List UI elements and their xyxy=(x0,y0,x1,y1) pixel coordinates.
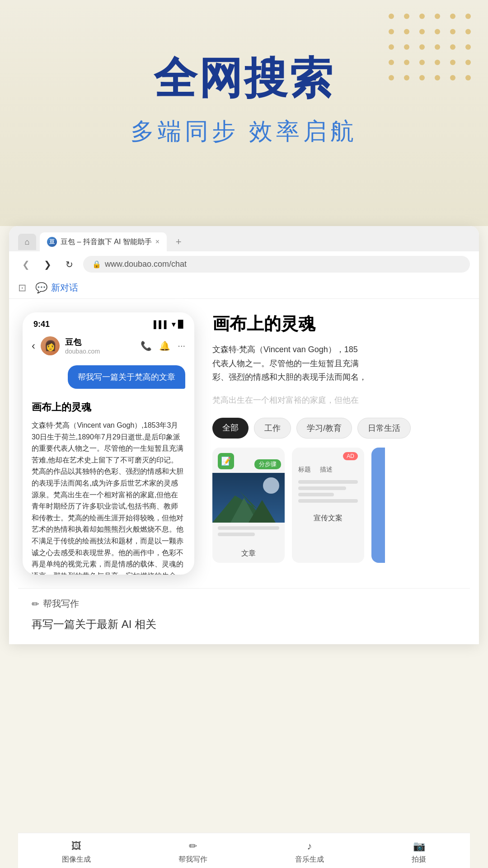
phone-mute-icon[interactable]: 🔔 xyxy=(159,340,170,351)
image-gen-icon: 🖼 xyxy=(71,840,81,852)
phone-avatar: 👩 xyxy=(41,336,60,355)
nav-label-write: 帮我写作 xyxy=(178,855,207,864)
ad-field-labels: 标题 描述 xyxy=(292,463,364,476)
card-label-article: 文章 xyxy=(212,544,285,563)
tab-study[interactable]: 学习/教育 xyxy=(296,418,352,439)
nav-item-image-gen[interactable]: 🖼 图像生成 xyxy=(62,840,91,864)
phone-status-icons: ▌▌▌ ▾ ▉ xyxy=(154,320,183,329)
browser-section: ⌂ 豆 豆包 – 抖音旗下 AI 智能助手 × + ❮ ❯ xyxy=(0,226,488,644)
tab-work[interactable]: 工作 xyxy=(254,418,291,439)
bottom-nav: 🖼 图像生成 ✏ 帮我写作 ♪ 音乐生成 📷 拍摄 xyxy=(18,833,470,868)
feature-card-ad[interactable]: AD 标题 描述 宣传文案 xyxy=(292,448,364,563)
tab-title: 豆包 – 抖音旗下 AI 智能助手 xyxy=(61,237,152,247)
nav-label-image-gen: 图像生成 xyxy=(62,855,91,864)
browser-content: 9:41 ▌▌▌ ▾ ▉ ‹ 👩 豆包 doubao.com xyxy=(9,299,479,588)
nav-item-camera[interactable]: 📷 拍摄 xyxy=(412,840,426,864)
new-chat-button[interactable]: 💬 新对话 xyxy=(35,282,78,294)
new-tab-button[interactable]: + xyxy=(170,234,187,250)
home-tab-icon[interactable]: ⌂ xyxy=(18,234,36,250)
ad-card-header: AD xyxy=(292,448,364,463)
desktop-article-body-faded: 梵高出生在一个相对富裕的家庭，但他在 xyxy=(212,393,461,407)
tab-daily[interactable]: 日常生活 xyxy=(357,418,411,439)
forward-icon: ❯ xyxy=(44,259,52,270)
desktop-article-body: 文森特·梵高（Vincent van Gogh），185 代表人物之一。尽管他的… xyxy=(212,343,461,384)
phone-time: 9:41 xyxy=(33,320,50,329)
phone-back-button[interactable]: ‹ xyxy=(32,340,35,352)
desktop-article-title: 画布上的灵魂 xyxy=(212,312,461,335)
ad-lines xyxy=(292,476,364,509)
new-chat-label: 新对话 xyxy=(51,282,78,294)
feature-card-article[interactable]: 📝 分步骤 xyxy=(212,448,285,563)
card-icon-article: 📝 xyxy=(218,453,234,469)
card-lines xyxy=(212,523,285,544)
tab-all[interactable]: 全部 xyxy=(212,418,249,439)
phone-contact-info: 豆包 doubao.com xyxy=(65,337,135,355)
nav-item-music[interactable]: ♪ 音乐生成 xyxy=(295,840,324,864)
phone-mockup: 9:41 ▌▌▌ ▾ ▉ ‹ 👩 豆包 doubao.com xyxy=(23,312,194,575)
tab-close-button[interactable]: × xyxy=(155,238,160,246)
ad-badge: AD xyxy=(343,452,358,460)
music-icon: ♪ xyxy=(307,840,312,852)
tab-favicon: 豆 xyxy=(47,237,57,247)
browser-window: ⌂ 豆 豆包 – 抖音旗下 AI 智能助手 × + ❮ ❯ xyxy=(9,226,479,644)
ad-field-desc: 描述 xyxy=(320,466,333,474)
browser-chrome: ⌂ 豆 豆包 – 抖音旗下 AI 智能助手 × + xyxy=(9,226,479,251)
help-write-title: ✏ 帮我写作 xyxy=(32,598,456,610)
phone-more-icon[interactable]: ··· xyxy=(178,340,185,351)
phone-header: ‹ 👩 豆包 doubao.com 📞 🔔 ··· xyxy=(23,333,194,361)
phone-status-bar: 9:41 ▌▌▌ ▾ ▉ xyxy=(23,312,194,333)
feature-cards: 📝 分步骤 xyxy=(212,448,461,563)
pencil-icon: ✏ xyxy=(32,599,39,609)
phone-contact-name: 豆包 xyxy=(65,337,135,348)
back-icon: ❮ xyxy=(22,259,30,270)
phone-article-content: 画布上的灵魂 文森特·梵高（Vincent van Gogh）,1853年3月3… xyxy=(23,393,194,575)
forward-button[interactable]: ❯ xyxy=(40,257,55,272)
phone-call-icon[interactable]: 📞 xyxy=(141,340,152,351)
chat-bubble-container: 帮我写一篇关于梵高的文章 xyxy=(32,365,185,389)
hero-subtitle: 多端同步 效率启航 xyxy=(27,116,461,147)
dots-decoration xyxy=(389,14,474,84)
ad-field-title: 标题 xyxy=(298,466,311,474)
card-badge-article: 分步骤 xyxy=(254,459,281,469)
browser-nav: ❮ ❯ ↻ 🔒 www.doubao.com/chat xyxy=(9,251,479,277)
feature-tabs: 全部 工作 学习/教育 日常生活 xyxy=(212,418,461,439)
camera-icon: 📷 xyxy=(413,840,425,852)
refresh-icon: ↻ xyxy=(66,259,73,270)
refresh-button[interactable]: ↻ xyxy=(61,257,77,272)
signal-icon: ▌▌▌ xyxy=(154,321,169,329)
phone-action-buttons: 📞 🔔 ··· xyxy=(141,340,185,351)
battery-icon: ▉ xyxy=(178,320,183,329)
chat-bubble-text: 帮我写一篇关于梵高的文章 xyxy=(68,365,185,389)
sidebar-toggle-icon[interactable]: ⊡ xyxy=(18,282,26,294)
help-write-section: ✏ 帮我写作 再写一篇关于最新 AI 相关 xyxy=(18,588,470,644)
phone-article-body: 文森特·梵高（Vincent van Gogh）,1853年3月30日生于荷兰,… xyxy=(32,420,185,575)
svg-point-1 xyxy=(263,477,279,494)
nav-label-music: 音乐生成 xyxy=(295,855,324,864)
address-bar[interactable]: 🔒 www.doubao.com/chat xyxy=(83,256,470,273)
wifi-icon: ▾ xyxy=(172,320,175,329)
card-label-ad: 宣传文案 xyxy=(292,509,364,528)
url-text: www.doubao.com/chat xyxy=(105,259,187,269)
browser-tab-bar: ⌂ 豆 豆包 – 抖音旗下 AI 智能助手 × + xyxy=(18,232,470,251)
nav-item-write[interactable]: ✏ 帮我写作 xyxy=(178,840,207,864)
rewrite-prompt: 再写一篇关于最新 AI 相关 xyxy=(32,610,456,635)
phone-contact-url: doubao.com xyxy=(65,348,135,355)
hero-section: 全网搜索 多端同步 效率启航 xyxy=(0,0,488,226)
home-icon: ⌂ xyxy=(25,237,30,247)
feature-card-partial xyxy=(371,448,385,563)
mountain-svg xyxy=(212,473,285,523)
nav-label-camera: 拍摄 xyxy=(412,855,426,864)
lock-icon: 🔒 xyxy=(92,260,101,269)
card-image-article xyxy=(212,473,285,523)
write-icon: ✏ xyxy=(189,840,197,852)
phone-article-title: 画布上的灵魂 xyxy=(32,401,185,414)
desktop-right-content: 画布上的灵魂 文森特·梵高（Vincent van Gogh），185 代表人物… xyxy=(194,299,479,588)
active-tab[interactable]: 豆 豆包 – 抖音旗下 AI 智能助手 × xyxy=(40,232,167,251)
chat-icon: 💬 xyxy=(35,282,47,294)
back-button[interactable]: ❮ xyxy=(18,257,33,272)
browser-toolbar: ⊡ 💬 新对话 xyxy=(9,277,479,299)
